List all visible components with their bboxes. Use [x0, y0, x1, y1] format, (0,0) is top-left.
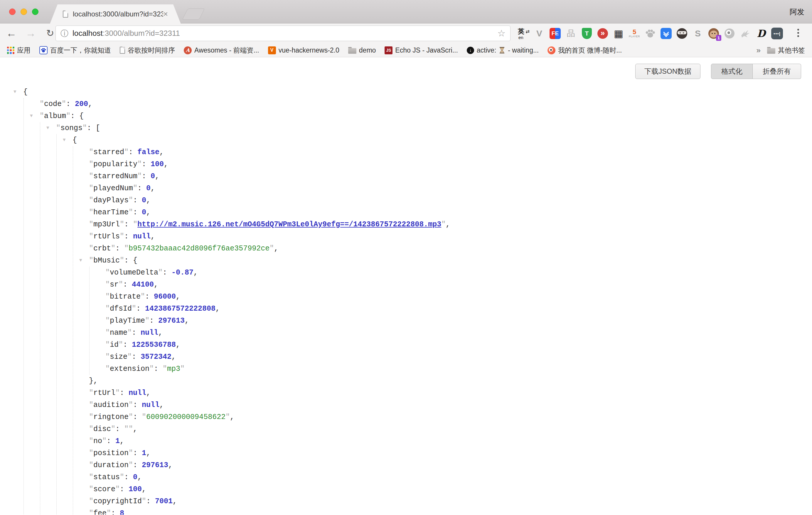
collapse-triangle-icon[interactable]: ▼ — [79, 255, 82, 266]
vue-icon: V — [268, 47, 276, 54]
d-extension-icon[interactable]: D — [755, 27, 767, 40]
qrcode-extension-icon[interactable]: ▦ — [613, 27, 625, 40]
close-window-button[interactable] — [9, 8, 16, 15]
json-value: 1225536788 — [132, 341, 176, 349]
bookmark-label: 其他书签 — [778, 46, 805, 55]
json-value: null — [142, 401, 160, 409]
shield-extension-icon[interactable]: T — [581, 27, 593, 40]
json-key: mp3Url — [93, 220, 120, 229]
json-children: ▼"songs": [▼{"starred": false,"popularit… — [40, 122, 812, 515]
json-value: 96000 — [154, 292, 176, 301]
bird-extension-icon[interactable] — [740, 27, 751, 40]
bookmarks-overflow-icon[interactable]: » — [756, 46, 761, 55]
hummingbird-icon — [741, 28, 750, 38]
bookmark-other-folder[interactable]: 其他书签 — [767, 46, 805, 55]
json-line: "volumeDelta": -0.87, — [106, 266, 812, 279]
collapse-triangle-icon[interactable]: ▼ — [47, 122, 49, 134]
json-key: bitrate — [110, 292, 141, 301]
ninja-face-icon — [677, 28, 687, 39]
bookmark-vue-hackernews[interactable]: V vue-hackernews-2.0 — [268, 47, 339, 54]
json-line: ▼"songs": [ — [56, 122, 812, 134]
page-info-icon[interactable]: ⓘ — [60, 28, 68, 39]
chrome-menu-icon[interactable] — [797, 29, 799, 31]
js-icon: JS — [384, 47, 393, 54]
json-line: "sr": 44100, — [106, 279, 812, 291]
json-key: album — [44, 112, 66, 120]
forward-icon[interactable]: → — [24, 26, 38, 40]
ninja-extension-icon[interactable] — [676, 27, 688, 40]
mp3-url-link[interactable]: http://m2.music.126.net/mO4G5dQ7WPm3Le0l… — [137, 220, 441, 229]
bookmark-baidu[interactable]: 百度一下，你就知道 — [39, 46, 111, 55]
fast-forward-extension-icon[interactable]: » — [597, 27, 609, 40]
monkey-extension-icon[interactable]: 1 — [708, 27, 720, 40]
address-bar[interactable]: ⓘ localhost:3000/album?id=32311 ☆ — [56, 26, 511, 41]
sitemap-extension-icon[interactable]: 品 — [565, 27, 577, 40]
json-string-value: mp3 — [167, 365, 180, 373]
json-value: 0 — [142, 208, 146, 217]
json-children: "code": 200,▼"album": {▼"songs": [▼{"sta… — [24, 98, 812, 515]
bookmark-label: 谷歌按时间排序 — [128, 46, 175, 55]
download-json-button[interactable]: 下载JSON数据 — [635, 64, 700, 79]
json-key: songs — [60, 124, 83, 133]
vue-devtools-extension-icon[interactable]: V — [533, 27, 545, 40]
window-titlebar: localhost:3000/album?id=323 × 阿发 — [0, 0, 812, 24]
bookmark-apps[interactable]: 应用 — [7, 46, 31, 55]
json-line: "copyrightId": 7001, — [89, 495, 812, 507]
json-line: "playTime": 297613, — [106, 315, 812, 327]
bookmark-echojs[interactable]: JS Echo JS - JavaScri... — [384, 47, 458, 54]
zoom-window-button[interactable] — [32, 8, 38, 15]
json-key: bMusic — [93, 256, 120, 265]
json-value: 1 — [115, 437, 120, 446]
json-key: no — [93, 437, 102, 446]
json-line: "position": 1, — [89, 447, 812, 459]
json-key: status — [93, 473, 120, 482]
back-icon[interactable]: ← — [4, 26, 19, 40]
new-tab-button[interactable] — [182, 8, 205, 20]
bookmark-weibo[interactable]: 我的首页 微博-随时... — [548, 46, 622, 55]
bookmark-awesomes[interactable]: A Awesomes - 前端资... — [184, 46, 259, 55]
json-line: "extension": "mp3" — [106, 363, 812, 375]
json-line: "disc": "", — [89, 423, 812, 435]
minimize-window-button[interactable] — [21, 8, 27, 15]
fe-extension-icon[interactable]: FE — [549, 27, 561, 40]
json-key: ringtone — [93, 413, 128, 421]
bookmark-star-icon[interactable]: ☆ — [497, 28, 505, 39]
s-extension-icon[interactable]: S — [692, 27, 704, 40]
collapse-triangle-icon[interactable]: ▼ — [30, 110, 33, 122]
url-text[interactable]: localhost:3000/album?id=32311 — [72, 29, 180, 38]
translate-extension-icon[interactable]: 英⇄en — [518, 27, 529, 40]
json-line: "size": 3572342, — [106, 351, 812, 363]
json-line: "starredNum": 0, — [89, 170, 812, 182]
collapse-triangle-icon[interactable]: ▼ — [13, 86, 17, 98]
chevrons-extension-icon[interactable] — [660, 27, 672, 40]
bookmark-google-sort[interactable]: 谷歌按时间排序 — [120, 46, 175, 55]
profile-name[interactable]: 阿发 — [790, 7, 804, 17]
json-value: 100 — [151, 160, 164, 169]
json-line: "audition": null, — [89, 399, 812, 411]
weibo-eye-extension-icon[interactable] — [724, 27, 735, 40]
bookmark-demo-folder[interactable]: demo — [348, 47, 376, 54]
json-viewer: ▼{"code": 200,▼"album": {▼"songs": [▼{"s… — [0, 57, 812, 515]
password-extension-icon[interactable]: •••| — [771, 27, 783, 40]
json-line: "code": 200, — [40, 98, 812, 110]
json-line: "duration": 297613, — [89, 459, 812, 471]
collapse-triangle-icon[interactable]: ▼ — [63, 134, 66, 146]
json-key: copyrightId — [93, 497, 142, 506]
json-value: 297613 — [142, 461, 168, 469]
json-line: "dfsId": 1423867572222808, — [106, 303, 812, 315]
json-key: position — [93, 449, 128, 457]
collapse-all-button[interactable]: 折叠所有 — [753, 64, 801, 79]
awesomes-icon: A — [184, 47, 192, 54]
json-key: starredNum — [93, 172, 137, 180]
download-circle-icon: ↓ — [467, 47, 474, 54]
html5-player-extension-icon[interactable]: 5 PLAYER — [629, 27, 640, 40]
bookmark-active[interactable]: ↓ active: - waiting... — [467, 47, 539, 54]
extension-badge: 1 — [716, 35, 721, 41]
tab-close-icon[interactable]: × — [163, 10, 168, 18]
browser-tab[interactable]: localhost:3000/album?id=323 × — [50, 4, 181, 24]
paw-icon — [645, 28, 655, 38]
json-key: volumeDelta — [110, 268, 158, 277]
bookmark-label: 我的首页 微博-随时... — [558, 46, 622, 55]
format-button[interactable]: 格式化 — [711, 64, 753, 79]
paw-extension-icon[interactable] — [644, 27, 656, 40]
